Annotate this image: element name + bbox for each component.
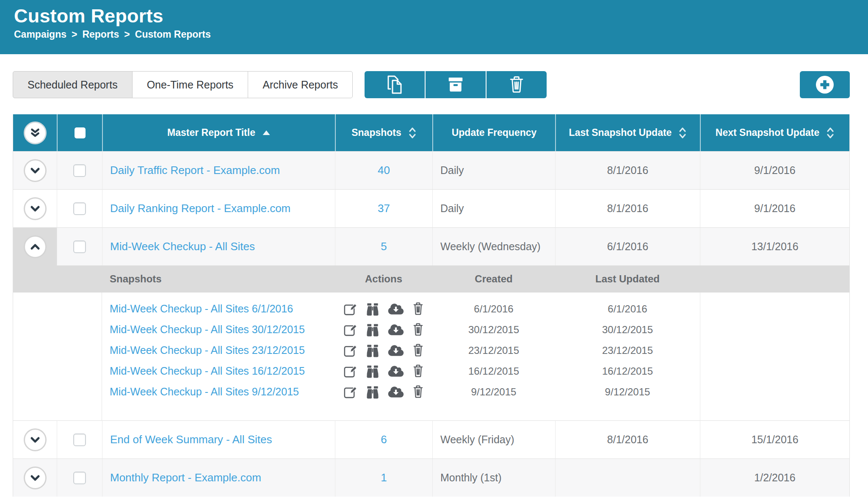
sort-icon [678,126,687,140]
column-header-next-snapshot-update[interactable]: Next Snapshot Update [700,114,849,151]
snapshot-count-link[interactable]: 37 [378,202,390,215]
view-snapshot-button[interactable] [365,301,380,316]
frequency-text: Daily [440,164,464,177]
expand-row-button[interactable] [24,159,47,182]
expand-row-button[interactable] [24,197,47,220]
delete-reports-button[interactable] [487,71,547,98]
download-snapshot-button[interactable] [387,385,404,399]
binoculars-icon [365,322,380,337]
download-snapshot-button[interactable] [387,364,404,378]
download-snapshot-button[interactable] [387,344,404,357]
delete-snapshot-button[interactable] [412,364,425,378]
column-header-snapshots[interactable]: Snapshots [335,114,432,151]
chevron-down-icon [30,167,40,174]
snapshot-title-link[interactable]: Mid-Week Checkup - All Sites 16/12/2015 [110,365,305,377]
report-title-link[interactable]: End of Week Summary - All Sites [110,433,272,446]
sort-icon [826,126,835,140]
snapshot-count-link[interactable]: 5 [381,240,387,253]
view-snapshot-button[interactable] [365,364,380,378]
edit-icon [343,301,358,316]
report-title-link[interactable]: Monthly Report - Example.com [110,471,261,484]
row-checkbox[interactable] [73,433,86,446]
column-header-last-snapshot-update[interactable]: Last Snapshot Update [555,114,700,151]
download-snapshot-button[interactable] [387,302,404,316]
snapshot-count-link[interactable]: 6 [381,433,387,446]
breadcrumb-separator: > [72,29,77,40]
expand-row-button[interactable] [24,428,47,451]
download-snapshot-button[interactable] [387,323,404,337]
column-header-update-frequency[interactable]: Update Frequency [432,114,555,151]
archive-reports-button[interactable] [426,71,486,98]
snapshot-created-date: 30/12/2015 [432,324,555,336]
row-checkbox[interactable] [73,202,86,215]
snapshot-created-date: 16/12/2015 [432,365,555,377]
select-all-header-cell [57,114,102,151]
last-snapshot-date: 8/1/2016 [607,164,648,177]
expand-all-button[interactable] [24,121,47,144]
view-snapshot-button[interactable] [365,343,380,358]
add-report-button[interactable] [800,71,850,98]
collapse-row-button[interactable] [24,235,47,258]
edit-snapshot-button[interactable] [343,301,358,316]
edit-icon [343,364,358,378]
snapshot-last-updated-date: 23/12/2015 [555,345,700,356]
next-snapshot-date: 15/1/2016 [751,433,798,446]
row-checkbox[interactable] [73,240,86,253]
snapshot-actions [335,301,432,316]
snapshot-row: Mid-Week Checkup - All Sites 30/12/2015 … [102,319,849,340]
edit-snapshot-button[interactable] [343,364,358,378]
tab-scheduled-reports[interactable]: Scheduled Reports [13,71,133,98]
delete-snapshot-button[interactable] [412,301,425,316]
tab-one-time-reports[interactable]: One-Time Reports [132,71,249,98]
next-snapshot-date: 1/2/2016 [754,472,795,484]
chevron-down-icon [30,205,40,212]
column-label: Master Report Title [167,127,255,138]
select-all-checkbox[interactable] [75,127,86,138]
expand-all-header-cell [13,114,57,151]
table-header-row: Master Report Title Snapshots Update Fre… [13,114,849,151]
snapshot-actions [335,364,432,378]
chevron-down-icon [30,436,40,443]
snapshot-last-updated-date: 6/1/2016 [555,303,700,315]
subheader-last-updated: Last Updated [555,265,700,293]
snapshot-count-link[interactable]: 1 [381,471,387,484]
binoculars-icon [365,343,380,358]
controls-row: Scheduled Reports One-Time Reports Archi… [13,71,850,98]
report-title-link[interactable]: Daily Traffic Report - Example.com [110,164,280,177]
edit-snapshot-button[interactable] [343,322,358,337]
view-snapshot-button[interactable] [365,322,380,337]
delete-snapshot-button[interactable] [412,322,425,337]
report-title-link[interactable]: Mid-Week Checkup - All Sites [110,240,255,253]
edit-snapshot-button[interactable] [343,384,358,399]
tab-label: Archive Reports [263,79,338,91]
snapshot-title-link[interactable]: Mid-Week Checkup - All Sites 9/12/2015 [110,386,299,398]
delete-snapshot-button[interactable] [412,384,425,399]
edit-snapshot-button[interactable] [343,343,358,358]
trash-icon [412,322,425,337]
breadcrumb-campaigns[interactable]: Campaigns [14,29,66,40]
column-header-master-report-title[interactable]: Master Report Title [102,114,335,151]
edit-icon [343,322,358,337]
column-label: Next Snapshot Update [716,127,819,138]
row-checkbox[interactable] [73,164,86,177]
frequency-text: Daily [440,202,464,215]
view-snapshot-button[interactable] [365,384,380,399]
snapshot-title-link[interactable]: Mid-Week Checkup - All Sites 30/12/2015 [110,323,305,335]
row-checkbox[interactable] [73,472,86,484]
column-label: Snapshots [351,127,401,138]
expand-row-button[interactable] [24,467,47,489]
snapshots-subheader-row: Snapshots Actions Created Last Updated [13,265,849,293]
snapshot-title-link[interactable]: Mid-Week Checkup - All Sites 23/12/2015 [110,344,305,356]
snapshot-created-date: 6/1/2016 [432,303,555,315]
snapshot-count-link[interactable]: 40 [378,164,390,177]
cloud-download-icon [387,364,404,378]
copy-reports-button[interactable] [365,71,425,98]
next-snapshot-date: 9/1/2016 [754,202,795,215]
subheader-snapshots: Snapshots [102,265,335,293]
page-title: Custom Reports [14,5,868,27]
delete-snapshot-button[interactable] [412,343,425,358]
snapshot-title-link[interactable]: Mid-Week Checkup - All Sites 6/1/2016 [110,303,293,315]
tab-archive-reports[interactable]: Archive Reports [248,71,353,98]
breadcrumb-reports[interactable]: Reports [82,29,119,40]
report-title-link[interactable]: Daily Ranking Report - Example.com [110,202,290,215]
